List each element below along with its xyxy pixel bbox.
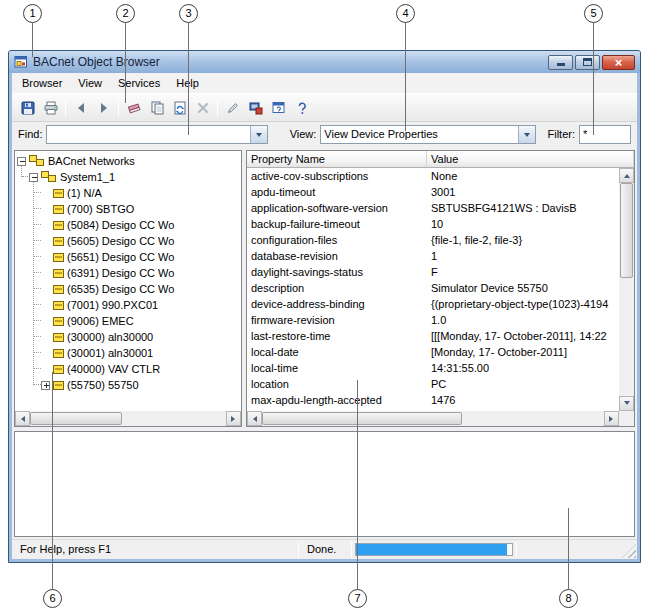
tree-item[interactable]: (30000) aln30000 xyxy=(15,329,241,345)
callout-line-2 xyxy=(125,23,126,103)
property-value: 3001 xyxy=(427,184,619,200)
column-header-value[interactable]: Value xyxy=(427,151,634,168)
device-icon xyxy=(53,237,64,246)
scrollbar-track[interactable] xyxy=(619,183,634,396)
tree-root-row[interactable]: BACnet Networks xyxy=(15,153,241,169)
tree-item[interactable]: (6391) Desigo CC Wo xyxy=(15,265,241,281)
property-name: last-restore-time xyxy=(247,328,427,344)
property-row[interactable]: configuration-files{file-1, file-2, file… xyxy=(247,232,619,248)
property-value: {file-1, file-2, file-3} xyxy=(427,232,619,248)
property-panel: Property Name Value active-cov-subscript… xyxy=(246,150,635,427)
print-button[interactable] xyxy=(39,97,62,119)
scroll-left-button[interactable] xyxy=(15,411,30,426)
property-row[interactable]: application-software-versionSBTUSBFG4121… xyxy=(247,200,619,216)
property-table[interactable]: active-cov-subscriptionsNone apdu-timeou… xyxy=(247,168,619,411)
scroll-up-button[interactable] xyxy=(619,168,634,183)
progress-bar xyxy=(355,543,513,556)
tree-item[interactable]: (5084) Desigo CC Wo xyxy=(15,217,241,233)
tree-item-label: (30000) aln30000 xyxy=(67,331,153,343)
collapse-icon[interactable] xyxy=(17,157,26,166)
callout-4: 4 xyxy=(396,4,415,23)
network-tree[interactable]: BACnet Networks System1_1 (1) N/A (700) … xyxy=(15,151,241,411)
column-header-property-name[interactable]: Property Name xyxy=(247,151,427,168)
menu-view[interactable]: View xyxy=(70,73,110,93)
tree-horizontal-scrollbar[interactable] xyxy=(15,411,241,426)
scrollbar-thumb[interactable] xyxy=(262,412,462,425)
menu-services[interactable]: Services xyxy=(110,73,168,93)
edit-button[interactable] xyxy=(221,97,244,119)
filter-bar: Find: View: View Device Properties Filte… xyxy=(12,122,637,146)
tree-item[interactable]: (55750) 55750 xyxy=(15,377,241,393)
property-row[interactable]: daylight-savings-statusF xyxy=(247,264,619,280)
property-vertical-scrollbar[interactable] xyxy=(619,168,634,411)
scrollbar-thumb[interactable] xyxy=(30,412,122,425)
save-button[interactable] xyxy=(16,97,39,119)
back-button[interactable] xyxy=(69,97,92,119)
scrollbar-track[interactable] xyxy=(30,411,226,426)
property-horizontal-scrollbar[interactable] xyxy=(247,411,619,426)
property-row[interactable]: firmware-revision1.0 xyxy=(247,312,619,328)
copy-button[interactable] xyxy=(145,97,168,119)
tree-item[interactable]: (1) N/A xyxy=(15,185,241,201)
properties-button[interactable] xyxy=(244,97,267,119)
property-row[interactable]: local-time14:31:55.00 xyxy=(247,360,619,376)
scroll-left-button[interactable] xyxy=(247,411,262,426)
close-button[interactable] xyxy=(602,55,635,70)
print-icon xyxy=(43,100,59,116)
delete-button[interactable] xyxy=(191,97,214,119)
property-row[interactable]: descriptionSimulator Device 55750 xyxy=(247,280,619,296)
collapse-icon[interactable] xyxy=(29,173,38,182)
view-combobox[interactable]: View Device Properties xyxy=(320,125,535,144)
scroll-right-button[interactable] xyxy=(604,411,619,426)
scrollbar-track[interactable] xyxy=(262,411,604,426)
device-icon xyxy=(53,349,64,358)
property-row[interactable]: device-address-binding{(proprietary-obje… xyxy=(247,296,619,312)
find-dropdown-button[interactable] xyxy=(250,126,267,143)
tree-item[interactable]: (30001) aln30001 xyxy=(15,345,241,361)
property-name: max-apdu-length-accepted xyxy=(247,392,427,408)
property-row[interactable]: max-apdu-length-accepted1476 xyxy=(247,392,619,408)
find-combobox[interactable] xyxy=(46,125,267,144)
scroll-right-icon xyxy=(609,416,616,422)
filter-input[interactable] xyxy=(579,125,631,144)
title-bar[interactable]: BACnet Object Browser xyxy=(9,51,640,73)
property-row[interactable]: apdu-timeout3001 xyxy=(247,184,619,200)
scroll-right-button[interactable] xyxy=(226,411,241,426)
minimize-button[interactable] xyxy=(548,55,573,70)
window-title: BACnet Object Browser xyxy=(33,55,160,69)
help-button[interactable] xyxy=(290,97,313,119)
property-row[interactable]: backup-failure-timeout10 xyxy=(247,216,619,232)
property-name: local-date xyxy=(247,344,427,360)
property-value: Simulator Device 55750 xyxy=(427,280,619,296)
tree-item[interactable]: (7001) 990.PXC01 xyxy=(15,297,241,313)
property-row[interactable]: last-restore-time[[[Monday, 17- October-… xyxy=(247,328,619,344)
scroll-down-icon xyxy=(624,401,630,408)
tree-item[interactable]: (700) SBTGO xyxy=(15,201,241,217)
scrollbar-thumb[interactable] xyxy=(620,183,633,278)
maximize-button[interactable] xyxy=(575,55,600,70)
copy-icon xyxy=(149,100,165,116)
delete-icon xyxy=(195,100,211,116)
tree-item-label: (6391) Desigo CC Wo xyxy=(67,267,174,279)
device-icon xyxy=(53,333,64,342)
tree-item[interactable]: (40000) VAV CTLR xyxy=(15,361,241,377)
progress-fill xyxy=(356,544,507,555)
property-row[interactable]: active-cov-subscriptionsNone xyxy=(247,168,619,184)
tree-group-row[interactable]: System1_1 xyxy=(15,169,241,185)
expand-icon[interactable] xyxy=(41,381,50,390)
tree-item[interactable]: (5651) Desigo CC Wo xyxy=(15,249,241,265)
forward-button[interactable] xyxy=(92,97,115,119)
view-dropdown-button[interactable] xyxy=(518,126,535,143)
menu-browser[interactable]: Browser xyxy=(14,73,70,93)
property-row[interactable]: database-revision1 xyxy=(247,248,619,264)
context-help-button[interactable] xyxy=(267,97,290,119)
property-row[interactable]: local-date[Monday, 17- October-2011] xyxy=(247,344,619,360)
save-icon xyxy=(20,100,36,116)
tree-item[interactable]: (9006) EMEC xyxy=(15,313,241,329)
table-header: Property Name Value xyxy=(247,151,634,168)
tree-item[interactable]: (6535) Desigo CC Wo xyxy=(15,281,241,297)
tree-item[interactable]: (5605) Desigo CC Wo xyxy=(15,233,241,249)
property-row[interactable]: locationPC xyxy=(247,376,619,392)
properties-icon xyxy=(248,100,264,116)
scroll-down-button[interactable] xyxy=(619,396,634,411)
